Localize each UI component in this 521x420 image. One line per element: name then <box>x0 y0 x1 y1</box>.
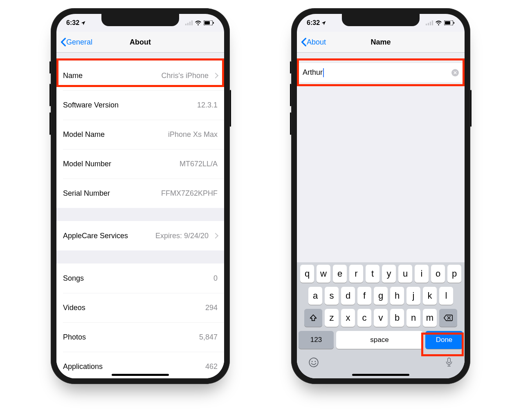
svg-rect-7 <box>426 24 427 25</box>
location-icon <box>321 20 326 26</box>
label-sw: Software Version <box>63 101 119 109</box>
nav-title: Name <box>371 38 391 47</box>
text-cursor <box>323 68 324 77</box>
key-d[interactable]: d <box>341 287 355 305</box>
value-serial: FFMX7Z62KPHF <box>161 189 218 198</box>
label-model-num: Model Number <box>63 160 111 168</box>
row-videos: Videos 294 <box>56 293 224 322</box>
svg-rect-17 <box>448 358 451 363</box>
key-h[interactable]: h <box>390 287 404 305</box>
key-v[interactable]: v <box>374 309 388 327</box>
label-photos: Photos <box>63 333 86 342</box>
label-name: Name <box>63 71 83 80</box>
dictation-key[interactable] <box>445 357 453 368</box>
notch <box>342 14 420 26</box>
home-indicator[interactable] <box>352 374 409 376</box>
key-l[interactable]: l <box>439 287 453 305</box>
row-model-name: Model Name iPhone Xs Max <box>56 120 224 149</box>
row-name[interactable]: Name Chris's iPhone <box>56 61 224 90</box>
svg-rect-8 <box>428 23 429 25</box>
chevron-left-icon <box>61 38 66 47</box>
key-f[interactable]: f <box>357 287 371 305</box>
location-icon <box>81 20 86 26</box>
row-applecare[interactable]: AppleCare Services Expires: 9/24/20 <box>56 221 224 250</box>
screen-about: 6:32 General About Name Chris's iPhone <box>56 14 224 378</box>
svg-rect-10 <box>432 20 433 25</box>
chevron-left-icon <box>301 38 307 47</box>
key-k[interactable]: k <box>423 287 437 305</box>
label-serial: Serial Number <box>63 189 110 198</box>
key-x[interactable]: x <box>341 309 355 327</box>
nav-bar: General About <box>56 32 224 53</box>
back-button[interactable]: About <box>297 38 326 47</box>
about-content[interactable]: Name Chris's iPhone Software Version 12.… <box>56 53 224 378</box>
value-model-num: MT672LL/A <box>180 160 218 168</box>
emoji-key[interactable] <box>308 357 319 368</box>
key-n[interactable]: n <box>406 309 420 327</box>
svg-point-14 <box>309 358 318 367</box>
label-model-name: Model Name <box>63 130 105 139</box>
svg-rect-2 <box>189 22 191 25</box>
row-songs: Songs 0 <box>56 264 224 293</box>
name-input[interactable]: Arthur <box>297 63 465 83</box>
notch <box>101 14 179 26</box>
x-icon <box>454 71 457 74</box>
emoji-icon <box>308 357 319 368</box>
backspace-key[interactable] <box>439 309 457 327</box>
wifi-icon <box>435 20 442 25</box>
key-u[interactable]: u <box>398 265 412 283</box>
back-button[interactable]: General <box>56 38 92 47</box>
svg-point-15 <box>312 361 313 362</box>
done-key-label: Done <box>436 336 453 344</box>
key-w[interactable]: w <box>317 265 330 283</box>
clear-text-button[interactable] <box>451 69 459 76</box>
svg-rect-3 <box>191 20 193 25</box>
space-key[interactable]: space <box>336 331 423 349</box>
key-r[interactable]: r <box>349 265 363 283</box>
row-model-number[interactable]: Model Number MT672LL/A <box>56 149 224 179</box>
key-o[interactable]: o <box>431 265 445 283</box>
row-photos: Photos 5,847 <box>56 322 224 352</box>
phone-right: 6:32 About Name Arthur <box>291 8 470 384</box>
keyboard: qwertyuiop asdfghjkl zxcvbnm 123 space D… <box>297 262 465 378</box>
home-indicator[interactable] <box>112 374 169 376</box>
screen-name-edit: 6:32 About Name Arthur <box>297 14 465 378</box>
key-a[interactable]: a <box>308 287 322 305</box>
done-key[interactable]: Done <box>425 331 463 349</box>
status-time: 6:32 <box>66 19 79 27</box>
nav-bar: About Name <box>297 32 465 53</box>
svg-rect-1 <box>187 23 189 25</box>
battery-icon <box>204 20 214 25</box>
numbers-key[interactable]: 123 <box>299 331 334 349</box>
key-i[interactable]: i <box>415 265 429 283</box>
chevron-right-icon <box>213 73 218 78</box>
key-m[interactable]: m <box>423 309 437 327</box>
value-model-name: iPhone Xs Max <box>168 130 218 139</box>
key-q[interactable]: q <box>300 265 314 283</box>
value-sw: 12.3.1 <box>197 101 218 109</box>
backspace-icon <box>443 314 453 322</box>
key-g[interactable]: g <box>374 287 388 305</box>
key-p[interactable]: p <box>447 265 461 283</box>
chevron-right-icon <box>213 233 218 239</box>
key-b[interactable]: b <box>390 309 404 327</box>
back-label: About <box>307 38 326 47</box>
svg-rect-13 <box>454 22 454 24</box>
numbers-key-label: 123 <box>310 336 322 344</box>
space-key-label: space <box>370 336 389 344</box>
svg-rect-0 <box>185 24 186 25</box>
svg-rect-12 <box>445 21 450 25</box>
key-y[interactable]: y <box>382 265 396 283</box>
key-s[interactable]: s <box>325 287 339 305</box>
status-time: 6:32 <box>307 19 320 27</box>
key-z[interactable]: z <box>325 309 339 327</box>
svg-rect-5 <box>204 21 210 25</box>
cellular-icon <box>426 20 433 25</box>
key-j[interactable]: j <box>406 287 420 305</box>
key-c[interactable]: c <box>357 309 371 327</box>
value-name: Chris's iPhone <box>162 71 209 80</box>
value-apps: 462 <box>205 362 218 371</box>
key-t[interactable]: t <box>366 265 380 283</box>
key-e[interactable]: e <box>333 265 347 283</box>
shift-key[interactable] <box>304 309 322 327</box>
